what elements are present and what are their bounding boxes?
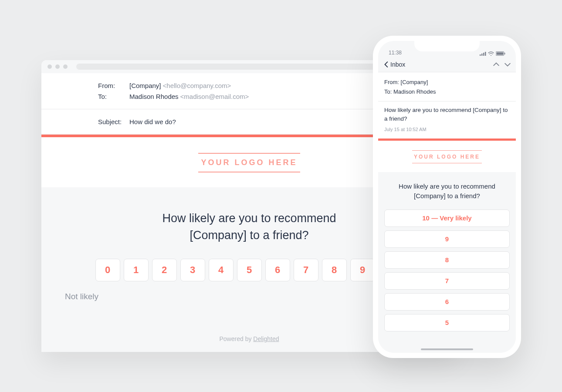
svg-rect-5	[497, 52, 504, 55]
nps-9-pill[interactable]: 9	[384, 230, 510, 248]
svg-rect-1	[481, 54, 483, 56]
powered-by-link[interactable]: Delighted	[253, 335, 279, 342]
nps-9-button[interactable]: 9	[350, 259, 375, 281]
wifi-icon	[488, 51, 494, 56]
traffic-light-dot	[55, 64, 60, 69]
nps-2-button[interactable]: 2	[152, 259, 177, 281]
next-message-icon[interactable]	[504, 61, 511, 68]
nps-7-pill[interactable]: 7	[384, 272, 510, 290]
mobile-nps-survey: How likely are you to recommend [Company…	[378, 172, 516, 353]
nps-10-pill[interactable]: 10 — Very likely	[384, 210, 510, 227]
nps-8-pill[interactable]: 8	[384, 251, 510, 269]
mail-header: From: [Company] To: Madison Rhodes	[378, 72, 516, 101]
mobile-from-line: From: [Company]	[384, 78, 510, 87]
to-name: Madison Rhodes	[129, 93, 179, 100]
nps-6-button[interactable]: 6	[265, 259, 290, 281]
mobile-to-line: To: Madison Rhodes	[384, 87, 510, 97]
chevron-left-icon	[383, 61, 389, 68]
to-label: To:	[98, 93, 129, 100]
nps-0-button[interactable]: 0	[95, 259, 120, 281]
nps-5-pill[interactable]: 5	[384, 314, 510, 331]
back-to-inbox-button[interactable]: Inbox	[383, 61, 405, 68]
home-indicator	[421, 348, 473, 350]
svg-rect-2	[483, 53, 484, 56]
logo-placeholder: YOUR LOGO HERE	[198, 153, 300, 172]
signal-icon	[480, 51, 486, 56]
not-likely-label: Not likely	[65, 292, 98, 301]
subject-label: Subject:	[98, 118, 129, 125]
traffic-light-dot	[47, 64, 52, 69]
battery-icon	[496, 51, 505, 56]
to-address: <madison@email.com>	[180, 93, 249, 100]
mobile-subject: How likely are you to recommend [Company…	[384, 106, 510, 123]
mail-subject-block: How likely are you to recommend [Company…	[378, 101, 516, 139]
mobile-email-preview: 11:38 Inbox From: [Company] To: Madison …	[373, 36, 521, 358]
subject-value: How did we do?	[129, 118, 176, 125]
from-label: From:	[98, 82, 129, 89]
svg-rect-6	[504, 53, 505, 54]
mobile-timestamp: July 15 at 10:52 AM	[384, 126, 510, 133]
logo-placeholder: YOUR LOGO HERE	[412, 150, 482, 163]
powered-by-prefix: Powered by	[220, 335, 254, 342]
phone-screen: 11:38 Inbox From: [Company] To: Madison …	[378, 41, 516, 353]
svg-rect-3	[485, 52, 486, 56]
phone-notch	[414, 41, 480, 51]
nps-1-button[interactable]: 1	[124, 259, 149, 281]
prev-message-icon[interactable]	[493, 61, 499, 68]
mail-nav-bar: Inbox	[378, 57, 516, 72]
nps-6-pill[interactable]: 6	[384, 293, 510, 311]
back-label: Inbox	[390, 61, 405, 68]
from-address: <hello@company.com>	[163, 82, 231, 89]
logo-area: YOUR LOGO HERE	[378, 141, 516, 172]
nps-3-button[interactable]: 3	[180, 259, 205, 281]
nps-7-button[interactable]: 7	[294, 259, 318, 281]
nps-4-button[interactable]: 4	[209, 259, 234, 281]
status-icons	[480, 51, 505, 56]
status-time: 11:38	[389, 50, 402, 56]
nps-5-button[interactable]: 5	[237, 259, 262, 281]
mobile-survey-question: How likely are you to recommend [Company…	[384, 182, 510, 201]
from-name: [Company]	[129, 82, 161, 89]
nps-8-button[interactable]: 8	[322, 259, 347, 281]
survey-question: How likely are you to recommend [Company…	[136, 210, 362, 244]
svg-rect-0	[480, 54, 481, 56]
traffic-light-dot	[63, 64, 68, 69]
